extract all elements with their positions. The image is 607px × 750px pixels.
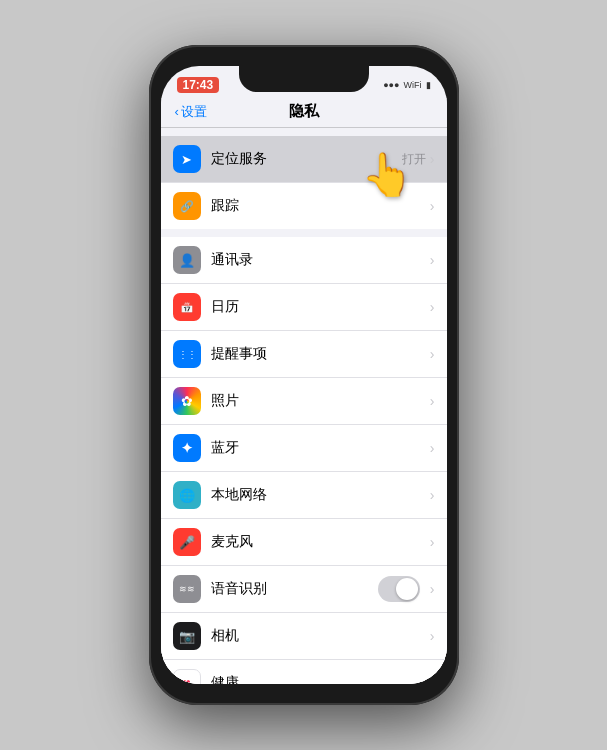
tracking-item[interactable]: 🔗 跟踪 › [161, 183, 447, 229]
speech-label: 语音识别 [211, 580, 378, 598]
contacts-chevron-icon: › [430, 252, 435, 268]
signal-icon: ●●● [383, 80, 399, 90]
speech-item[interactable]: ≋≋ 语音识别 › [161, 566, 447, 613]
reminders-label: 提醒事项 [211, 345, 430, 363]
network-item[interactable]: 🌐 本地网络 › [161, 472, 447, 519]
wifi-icon: WiFi [404, 80, 422, 90]
health-icon: ♥ [173, 669, 201, 684]
reminders-chevron-icon: › [430, 346, 435, 362]
health-label: 健康 [211, 674, 430, 684]
status-time: 17:43 [177, 77, 220, 93]
camera-item[interactable]: 📷 相机 › [161, 613, 447, 660]
bluetooth-label: 蓝牙 [211, 439, 430, 457]
location-chevron-icon: › [430, 151, 435, 167]
calendar-label: 日历 [211, 298, 430, 316]
microphone-item[interactable]: 🎤 麦克风 › [161, 519, 447, 566]
microphone-chevron-icon: › [430, 534, 435, 550]
tracking-chevron-icon: › [430, 198, 435, 214]
back-chevron-icon: ‹ [175, 104, 179, 119]
bluetooth-icon: ✦ [173, 434, 201, 462]
contacts-label: 通讯录 [211, 251, 430, 269]
location-services-label: 定位服务 [211, 150, 402, 168]
camera-chevron-icon: › [430, 628, 435, 644]
nav-bar: ‹ 设置 隐私 [161, 98, 447, 128]
bluetooth-chevron-icon: › [430, 440, 435, 456]
microphone-icon: 🎤 [173, 528, 201, 556]
battery-icon: ▮ [426, 80, 431, 90]
speech-icon: ≋≋ [173, 575, 201, 603]
location-icon: ➤ [173, 145, 201, 173]
photos-item[interactable]: ✿ 照片 › [161, 378, 447, 425]
speech-toggle[interactable] [378, 576, 420, 602]
microphone-label: 麦克风 [211, 533, 430, 551]
health-chevron-icon: › [430, 675, 435, 684]
top-section: ➤ 定位服务 打开 › 🔗 跟踪 › [161, 136, 447, 229]
camera-label: 相机 [211, 627, 430, 645]
photos-icon: ✿ [173, 387, 201, 415]
phone-screen: 17:43 ●●● WiFi ▮ ‹ 设置 隐私 ➤ [161, 66, 447, 684]
contacts-item[interactable]: 👤 通讯录 › [161, 237, 447, 284]
page-title: 隐私 [289, 102, 319, 121]
location-status: 打开 [402, 151, 426, 168]
settings-list[interactable]: ➤ 定位服务 打开 › 🔗 跟踪 › [161, 128, 447, 684]
calendar-icon: 📅 [173, 293, 201, 321]
health-item[interactable]: ♥ 健康 › [161, 660, 447, 684]
status-icons: ●●● WiFi ▮ [383, 80, 430, 90]
reminders-icon: ⋮⋮ [173, 340, 201, 368]
tracking-label: 跟踪 [211, 197, 430, 215]
network-label: 本地网络 [211, 486, 430, 504]
back-button[interactable]: ‹ 设置 [175, 103, 207, 121]
location-right: 打开 › [402, 151, 435, 168]
photos-label: 照片 [211, 392, 430, 410]
calendar-chevron-icon: › [430, 299, 435, 315]
speech-chevron-icon: › [430, 581, 435, 597]
network-chevron-icon: › [430, 487, 435, 503]
calendar-item[interactable]: 📅 日历 › [161, 284, 447, 331]
photos-chevron-icon: › [430, 393, 435, 409]
contacts-icon: 👤 [173, 246, 201, 274]
camera-icon: 📷 [173, 622, 201, 650]
network-icon: 🌐 [173, 481, 201, 509]
phone-frame: 17:43 ●●● WiFi ▮ ‹ 设置 隐私 ➤ [149, 45, 459, 705]
notch [239, 66, 369, 92]
back-label[interactable]: 设置 [181, 103, 207, 121]
apps-section: 👤 通讯录 › 📅 日历 › [161, 237, 447, 684]
tracking-icon: 🔗 [173, 192, 201, 220]
bluetooth-item[interactable]: ✦ 蓝牙 › [161, 425, 447, 472]
tracking-right: › [430, 198, 435, 214]
toggle-knob [396, 578, 418, 600]
location-services-item[interactable]: ➤ 定位服务 打开 › [161, 136, 447, 183]
reminders-item[interactable]: ⋮⋮ 提醒事项 › [161, 331, 447, 378]
